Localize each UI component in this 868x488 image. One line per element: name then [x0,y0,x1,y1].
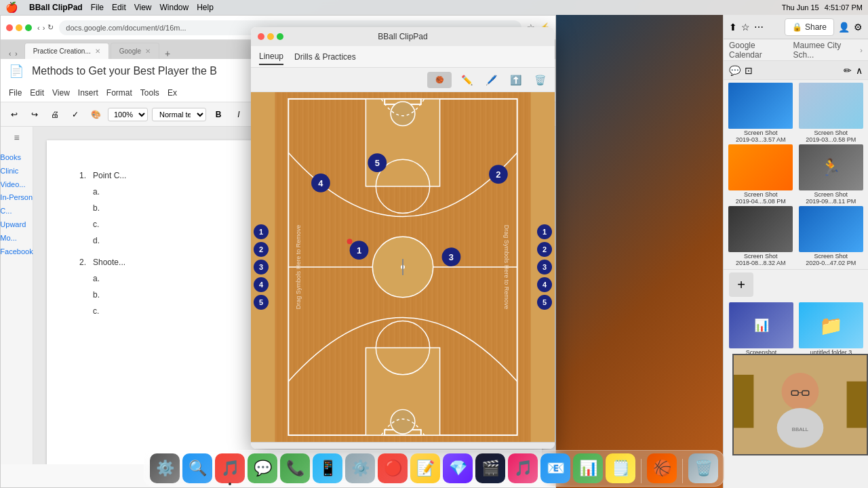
tab-google[interactable]: Google ✕ [111,43,159,59]
tool-triangle-combo[interactable]: ▽▲ [456,447,480,449]
new-tab-button[interactable]: + [165,48,170,59]
doc-menu-view[interactable]: View [52,88,70,98]
text-style-select[interactable]: Normal text [152,108,206,121]
mail-icon[interactable]: 📧 [540,453,570,483]
rp-google-calendar[interactable]: Google Calendar [729,41,783,60]
tab-close-google[interactable]: ✕ [145,47,151,55]
italic-button[interactable]: I [231,106,247,123]
doc-menu-tools[interactable]: Tools [140,88,159,98]
screenshot-thumb-4[interactable]: 🏃 [799,144,863,190]
rp-add-button[interactable]: + [729,272,753,297]
left-player-4[interactable]: 4 [254,277,269,292]
menu-help[interactable]: Help [197,3,214,12]
pen-tool-button[interactable]: 🖊️ [481,70,500,89]
menu-window[interactable]: Window [160,3,189,12]
screenshot-thumb-6[interactable] [799,206,863,252]
screenshot-thumb-1[interactable] [728,83,793,129]
screenshot-item-4[interactable]: 🏃 Screen Shot2019-09...8.11 PM [797,144,866,205]
rp-crop-icon[interactable]: ⊡ [745,65,753,76]
screenshot-thumb-3[interactable] [728,144,793,190]
app-name[interactable]: BBall ClipPad [29,3,83,12]
stocks-icon[interactable]: 📊 [573,453,603,483]
rp-star-icon[interactable]: ☆ [741,22,750,33]
doc-menu-insert[interactable]: Insert [78,88,98,98]
notes-icon[interactable]: 📝 [410,453,440,483]
trash-icon[interactable]: 🗑️ [688,453,718,483]
spellcheck-button[interactable]: ✓ [67,106,83,123]
format-paint-button[interactable]: 🎨 [87,106,104,123]
doc-menu-format[interactable]: Format [106,88,132,98]
right-player-1[interactable]: 1 [537,224,552,239]
folder-thumb[interactable]: 📁 [799,302,863,348]
zoom-select[interactable]: 100% [108,108,148,121]
rp-users-icon[interactable]: 👤 [838,22,850,33]
tab-close-practice[interactable]: ✕ [95,47,100,55]
right-player-5[interactable]: 5 [537,295,552,310]
sidebar-inperson[interactable]: In-Person C... [1,191,33,218]
sidebar-clinic[interactable]: Clinic Video... [1,165,33,192]
tool-circle-empty[interactable]: ○ [260,447,285,449]
left-player-2[interactable]: 2 [254,242,269,257]
rp-maumee-city[interactable]: Maumee City Sch... [793,41,855,60]
tab-practice[interactable]: Practice Creation... ✕ [24,43,109,59]
sidebar-books[interactable]: Books [1,151,33,165]
undo-button[interactable]: ↩ [6,106,22,123]
trash-tool-button[interactable]: 🗑️ [530,70,549,89]
gemini-icon[interactable]: 💎 [443,453,473,483]
redo-button[interactable]: ↪ [26,106,43,123]
print-button[interactable]: 🖨 [47,106,63,123]
sidebar-upward[interactable]: Upward Mo... [1,218,33,245]
bold-button[interactable]: B [210,106,226,123]
tool-triangle-empty[interactable]: △ [326,447,350,449]
tool-circle-filled[interactable]: ● [293,447,317,449]
left-player-3[interactable]: 3 [254,260,269,274]
right-player-4[interactable]: 4 [537,277,552,292]
doc-menu-edit[interactable]: Edit [30,88,44,98]
tv-icon[interactable]: 🎬 [475,453,505,483]
back-button[interactable]: ‹ [37,24,40,32]
forward-button[interactable]: › [43,24,45,32]
left-player-5[interactable]: 5 [254,295,269,310]
screenshot-thumb-5[interactable] [728,206,793,252]
rp-more-icon[interactable]: ⋯ [754,22,764,33]
close-button[interactable] [6,24,13,31]
rp-chevron-icon[interactable]: ∧ [856,65,863,76]
edit-tool-button[interactable]: ✏️ [457,70,476,89]
stickies-icon[interactable]: 🗒️ [606,453,635,483]
preferences-icon[interactable]: ⚙️ [345,453,375,483]
doc-menu-file[interactable]: File [9,88,22,98]
minimize-button[interactable] [16,24,22,31]
rp-settings-icon[interactable]: ⚙ [854,22,863,33]
share-tool-button[interactable]: ⬆️ [506,70,525,89]
launchpad-icon[interactable]: ⚙️ [150,453,180,483]
rp-collapse[interactable]: › [860,46,863,54]
bball-minimize-button[interactable] [267,33,274,40]
apple-menu[interactable]: 🍎 [5,1,18,14]
itunes-icon[interactable]: 🎵 [508,453,538,483]
sidebar-toggle[interactable]: ≡ [14,132,19,143]
bball-close-button[interactable] [258,33,264,40]
browser-nav-fwd[interactable]: › [15,50,17,58]
screenshot-thumb-7[interactable]: 📊 [729,302,793,348]
right-player-2[interactable]: 2 [537,242,552,257]
rp-share-icon[interactable]: ⬆ [729,22,737,33]
folder-item[interactable]: 📁 untitled folder 3 [799,302,863,356]
menu-view[interactable]: View [134,3,152,12]
share-button[interactable]: 🔒 Share [785,18,834,36]
appstore-icon[interactable]: 📱 [313,453,342,483]
tool-x-alt[interactable]: ✕ [521,447,545,449]
basketball-court[interactable]: 5 4 2 1 3 Drag Symbols Here to Remove Dr… [251,92,555,442]
screenshot-thumb-2[interactable] [799,83,863,129]
tool-triangle-filled[interactable]: ▲ [358,447,382,449]
rp-pen-icon[interactable]: ✏ [844,65,852,76]
music-icon[interactable]: 🎵 [215,453,245,483]
reload-button[interactable]: ↻ [47,23,54,32]
screenshot-item-7[interactable]: 📊 Screenshot [729,302,793,356]
menu-edit[interactable]: Edit [112,3,126,12]
screenshot-item-6[interactable]: Screen Shot2020-0...47.02 PM [797,206,866,266]
browser-nav-back[interactable]: ‹ [9,50,11,58]
doc-title[interactable]: Methods to Get your Best Player the B [32,65,217,77]
bball-maximize-button[interactable] [277,33,283,40]
tool-dots[interactable]: ●●● [488,447,513,449]
nav-lineup[interactable]: Lineup [259,49,283,65]
